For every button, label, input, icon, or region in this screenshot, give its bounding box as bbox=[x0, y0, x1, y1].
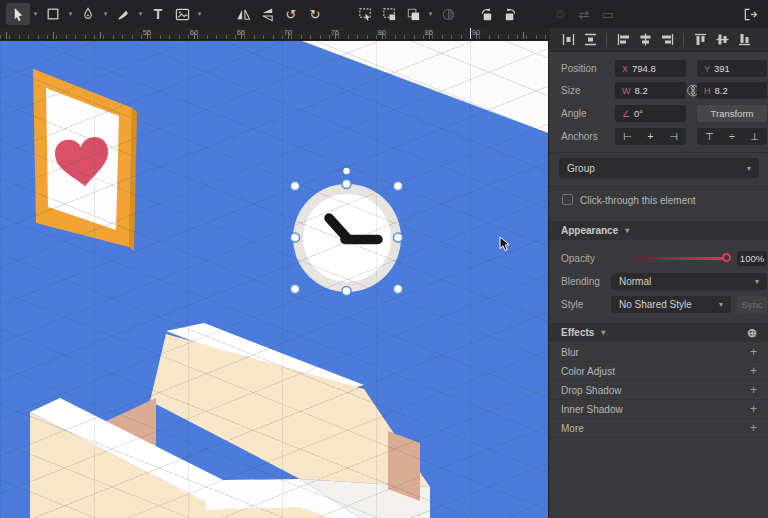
blending-row: Blending Normal ▾ bbox=[549, 273, 768, 290]
flip-horizontal-button[interactable] bbox=[231, 3, 255, 25]
add-blur-icon[interactable]: + bbox=[750, 345, 757, 359]
size-row: Size W 8.2 H 8.2 bbox=[549, 82, 768, 99]
effect-row-inner-shadow[interactable]: Inner Shadow + bbox=[549, 400, 768, 419]
add-effect-icon[interactable]: ⊕ bbox=[747, 326, 757, 340]
export-button[interactable] bbox=[738, 3, 762, 25]
effect-row-blur[interactable]: Blur + bbox=[549, 343, 768, 362]
blending-value: Normal bbox=[619, 276, 651, 287]
knife-tool-button[interactable] bbox=[111, 3, 135, 25]
handle-top-left[interactable] bbox=[291, 182, 300, 191]
recycle-button-disabled: ♲ bbox=[548, 3, 572, 25]
flip-vertical-button[interactable] bbox=[255, 3, 279, 25]
blending-dropdown[interactable]: Normal ▾ bbox=[611, 273, 767, 290]
marquee-rect-icon bbox=[382, 7, 397, 22]
image-tool-button[interactable] bbox=[170, 3, 194, 25]
anchor-bottom-icon[interactable]: ⊥ bbox=[750, 131, 759, 142]
ruler-major-ticks bbox=[0, 32, 548, 39]
distribute-horizontal-button[interactable] bbox=[557, 30, 579, 50]
align-top-icon bbox=[694, 33, 707, 46]
boolean-union-button[interactable] bbox=[401, 3, 425, 25]
handle-middle-left[interactable] bbox=[291, 233, 300, 242]
rotate-object-right-button[interactable] bbox=[498, 3, 522, 25]
canvas[interactable] bbox=[0, 41, 548, 518]
size-label: Size bbox=[561, 85, 580, 96]
select-tool-chevron[interactable]: ▾ bbox=[30, 3, 41, 25]
text-tool-button[interactable]: T bbox=[146, 3, 170, 25]
ruler-number: 70 bbox=[284, 28, 292, 37]
anchor-top-icon[interactable]: ⊤ bbox=[705, 131, 714, 142]
position-label: Position bbox=[561, 63, 597, 74]
align-right-button[interactable] bbox=[656, 30, 678, 50]
anchor-middle-icon[interactable]: ÷ bbox=[729, 131, 735, 142]
anchor-right-icon[interactable]: ⊣ bbox=[669, 131, 678, 142]
flip-vertical-icon bbox=[260, 7, 275, 22]
element-type-value: Group bbox=[567, 163, 595, 174]
rotate-object-left-button[interactable] bbox=[474, 3, 498, 25]
add-inner-shadow-icon[interactable]: + bbox=[750, 402, 757, 416]
select-tool-button[interactable] bbox=[6, 3, 30, 25]
align-top-button[interactable] bbox=[689, 30, 711, 50]
image-icon bbox=[175, 7, 190, 22]
effect-row-more[interactable]: More + bbox=[549, 419, 768, 438]
effect-row-color-adjust[interactable]: Color Adjust + bbox=[549, 362, 768, 381]
align-center-horizontal-button[interactable] bbox=[634, 30, 656, 50]
transform-button[interactable]: Transform bbox=[697, 105, 767, 122]
click-through-row: Click-through this element bbox=[549, 192, 768, 209]
rotate-cw-button[interactable]: ↻ bbox=[303, 3, 327, 25]
width-value: 8.2 bbox=[635, 85, 648, 96]
align-left-icon bbox=[617, 33, 630, 46]
opacity-slider-knob[interactable] bbox=[722, 253, 731, 262]
blending-label: Blending bbox=[561, 276, 600, 287]
properties-panel: Position X 794.8 Y 391 Size W 8.2 H 8.2 bbox=[548, 28, 768, 518]
height-prefix: H bbox=[704, 86, 711, 96]
handle-top-center[interactable] bbox=[342, 180, 351, 189]
pen-tool-chevron[interactable]: ▾ bbox=[100, 3, 111, 25]
pen-tool-button[interactable] bbox=[76, 3, 100, 25]
anchor-left-icon[interactable]: ⊢ bbox=[623, 131, 632, 142]
handle-bottom-center[interactable] bbox=[342, 287, 351, 296]
position-row: Position X 794.8 Y 391 bbox=[549, 60, 768, 77]
size-height-field[interactable]: H 8.2 bbox=[697, 82, 767, 99]
position-x-field[interactable]: X 794.8 bbox=[615, 60, 686, 77]
rectangle-tool-chevron[interactable]: ▾ bbox=[65, 3, 76, 25]
angle-field[interactable]: ∠ 0° bbox=[615, 105, 686, 122]
add-drop-shadow-icon[interactable]: + bbox=[750, 383, 757, 397]
anchor-center-icon[interactable]: + bbox=[648, 131, 654, 142]
rotate-ccw-button[interactable]: ↺ bbox=[279, 3, 303, 25]
rotate-cw-icon: ↻ bbox=[310, 8, 321, 21]
rotation-handle[interactable] bbox=[343, 168, 349, 174]
add-more-icon[interactable]: + bbox=[750, 421, 757, 435]
shared-style-dropdown[interactable]: No Shared Style ▾ bbox=[611, 296, 731, 313]
rectangle-icon bbox=[46, 7, 60, 21]
transform-select-button[interactable] bbox=[377, 3, 401, 25]
edit-shape-button[interactable] bbox=[353, 3, 377, 25]
click-through-checkbox[interactable] bbox=[562, 194, 573, 205]
boolean-union-chevron[interactable]: ▾ bbox=[425, 3, 436, 25]
opacity-slider-track[interactable] bbox=[635, 257, 729, 260]
align-middle-vertical-button[interactable] bbox=[711, 30, 733, 50]
size-width-field[interactable]: W 8.2 bbox=[615, 82, 686, 99]
position-y-field[interactable]: Y 391 bbox=[697, 60, 767, 77]
width-prefix: W bbox=[622, 86, 631, 96]
pen-icon bbox=[81, 7, 95, 21]
effect-label: Drop Shadow bbox=[561, 385, 622, 396]
handle-bottom-left[interactable] bbox=[291, 285, 300, 294]
opacity-value-field[interactable]: 100% bbox=[737, 251, 767, 266]
align-bottom-button[interactable] bbox=[733, 30, 755, 50]
appearance-section-header[interactable]: Appearance ▾ bbox=[549, 221, 768, 240]
effect-label: Inner Shadow bbox=[561, 404, 623, 415]
effect-row-drop-shadow[interactable]: Drop Shadow + bbox=[549, 381, 768, 400]
knife-tool-chevron[interactable]: ▾ bbox=[135, 3, 146, 25]
chevron-down-icon: ▾ bbox=[625, 226, 629, 235]
align-left-button[interactable] bbox=[612, 30, 634, 50]
handle-middle-right[interactable] bbox=[394, 233, 403, 242]
image-tool-chevron[interactable]: ▾ bbox=[194, 3, 205, 25]
distribute-vertical-button[interactable] bbox=[579, 30, 601, 50]
horizontal-ruler[interactable]: 55 60 65 70 75 80 85 90 bbox=[0, 28, 548, 40]
element-type-dropdown[interactable]: Group ▾ bbox=[559, 158, 759, 178]
rectangle-tool-button[interactable] bbox=[41, 3, 65, 25]
effects-section-header[interactable]: Effects ▾ ⊕ bbox=[549, 323, 768, 342]
add-color-adjust-icon[interactable]: + bbox=[750, 364, 757, 378]
handle-bottom-right[interactable] bbox=[394, 285, 403, 294]
handle-top-right[interactable] bbox=[394, 182, 403, 191]
